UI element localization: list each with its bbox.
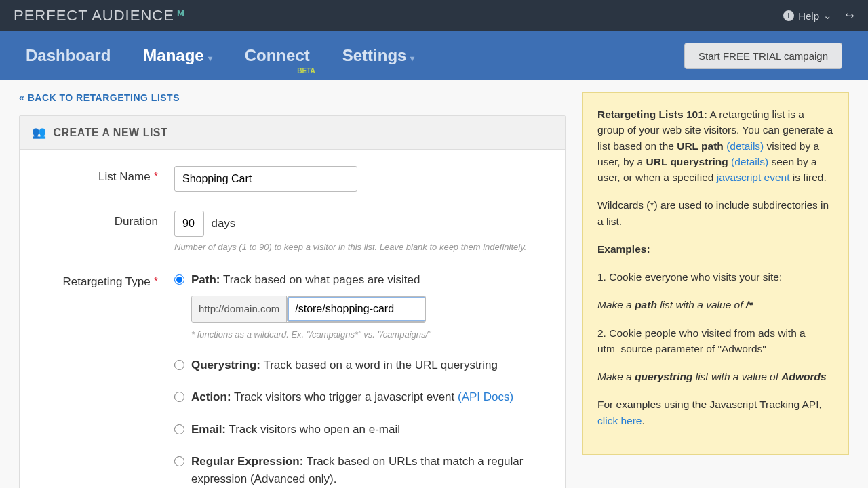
info-panel: Retargeting Lists 101: A retargeting lis… bbox=[582, 92, 849, 455]
list-name-input[interactable] bbox=[174, 166, 357, 192]
querystring-label: Querystring: bbox=[191, 359, 260, 371]
topbar-right: i Help ⌄ ↪ bbox=[783, 9, 854, 22]
create-list-panel: 👥 CREATE A NEW LIST List Name * Duration… bbox=[19, 115, 566, 488]
email-desc: Track visitors who open an e-mail bbox=[226, 423, 400, 436]
logo-mark-icon: ᴹ bbox=[177, 7, 185, 24]
example-1-text: 1. Cookie everyone who visits your site: bbox=[597, 269, 833, 285]
duration-input[interactable] bbox=[174, 211, 204, 237]
logo-text: PERFECT AUDIENCE bbox=[14, 7, 174, 24]
radio-querystring[interactable] bbox=[174, 360, 184, 370]
back-to-lists-link[interactable]: « BACK TO RETARGETING LISTS bbox=[19, 92, 566, 103]
nav-manage[interactable]: Manage▾ bbox=[143, 46, 212, 65]
regex-label: Regular Expression: bbox=[191, 455, 303, 468]
path-label: Path: bbox=[191, 273, 220, 286]
panel-header: 👥 CREATE A NEW LIST bbox=[20, 116, 565, 150]
duration-hint: Number of days (1 to 90) to keep a visit… bbox=[174, 242, 546, 252]
logo[interactable]: PERFECT AUDIENCE ᴹ bbox=[14, 7, 185, 24]
chevron-down-icon: ▾ bbox=[410, 54, 414, 63]
navbar: Dashboard Manage▾ Connect BETA Settings▾… bbox=[0, 31, 868, 80]
days-label: days bbox=[211, 217, 235, 230]
help-label: Help bbox=[798, 10, 819, 22]
users-icon: 👥 bbox=[32, 125, 47, 140]
js-event-link[interactable]: javascript event bbox=[717, 171, 790, 183]
chevron-down-icon: ⌄ bbox=[823, 9, 832, 22]
nav-settings[interactable]: Settings▾ bbox=[342, 46, 415, 65]
nav-manage-label: Manage bbox=[143, 46, 203, 64]
topbar: PERFECT AUDIENCE ᴹ i Help ⌄ ↪ bbox=[0, 0, 868, 31]
duration-label: Duration bbox=[39, 211, 174, 252]
email-label: Email: bbox=[191, 423, 226, 436]
click-here-link[interactable]: click here bbox=[597, 415, 642, 426]
retargeting-type-label: Retargeting Type * bbox=[39, 271, 174, 488]
nav-settings-label: Settings bbox=[342, 46, 407, 64]
path-hint: * functions as a wildcard. Ex. "/campaig… bbox=[191, 328, 546, 342]
nav-connect-label: Connect bbox=[245, 46, 310, 64]
logout-icon[interactable]: ↪ bbox=[846, 9, 854, 22]
radio-path[interactable] bbox=[174, 274, 184, 285]
info-title: Retargeting Lists 101: bbox=[597, 108, 707, 120]
radio-email[interactable] bbox=[174, 424, 184, 434]
example-2-text: 2. Cookie people who visited from ads wi… bbox=[597, 325, 833, 357]
help-menu[interactable]: i Help ⌄ bbox=[783, 9, 832, 22]
examples-heading: Examples: bbox=[597, 243, 650, 255]
beta-badge: BETA bbox=[297, 67, 315, 75]
api-docs-link[interactable]: (API Docs) bbox=[458, 390, 513, 403]
details-link-2[interactable]: (details) bbox=[731, 156, 768, 167]
panel-title: CREATE A NEW LIST bbox=[54, 127, 168, 139]
radio-regex[interactable] bbox=[174, 456, 184, 466]
details-link-1[interactable]: (details) bbox=[726, 140, 764, 152]
list-name-label: List Name * bbox=[39, 166, 174, 192]
chevron-down-icon: ▾ bbox=[208, 54, 212, 63]
nav-connect[interactable]: Connect BETA bbox=[245, 46, 310, 65]
querystring-desc: Track based on a word in the URL queryst… bbox=[260, 359, 498, 371]
start-trial-button[interactable]: Start FREE TRIAL campaign bbox=[684, 43, 842, 69]
path-input[interactable] bbox=[287, 296, 426, 323]
path-prefix: http://domain.com bbox=[192, 296, 287, 323]
radio-action[interactable] bbox=[174, 392, 184, 402]
nav-dashboard[interactable]: Dashboard bbox=[26, 46, 111, 65]
action-desc: Track visitors who trigger a javascript … bbox=[231, 390, 458, 403]
wildcards-text: Wildcards (*) are used to include subdir… bbox=[597, 197, 833, 229]
path-input-group: http://domain.com bbox=[191, 296, 426, 323]
path-desc: Track based on what pages are visited bbox=[220, 273, 420, 286]
action-label: Action: bbox=[191, 390, 231, 403]
info-icon: i bbox=[783, 10, 794, 21]
